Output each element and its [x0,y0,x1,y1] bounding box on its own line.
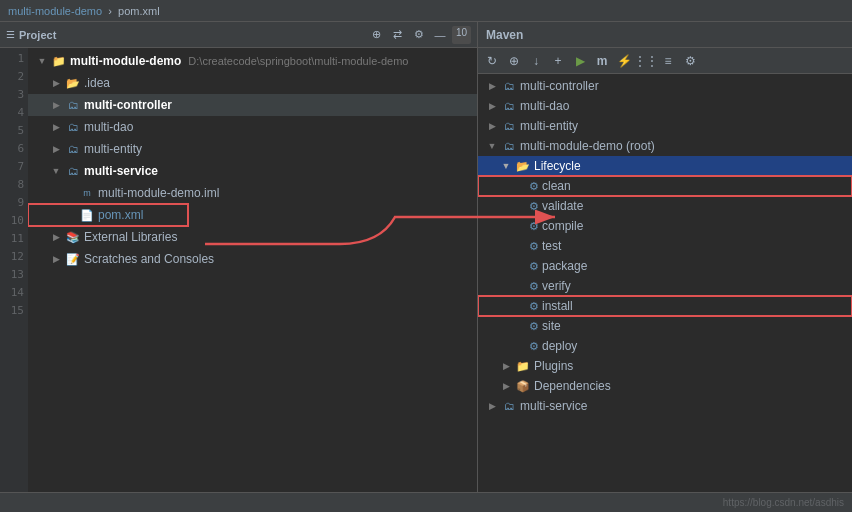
maven-test-label: test [542,239,561,253]
title-bar: multi-module-demo › pom.xml [0,0,852,22]
maven-plugins-arrow [500,360,512,372]
maven-multi-controller[interactable]: 🗂 multi-controller [478,76,852,96]
maven-compile-label: compile [542,219,583,233]
maven-deploy[interactable]: ⚙ deploy [478,336,852,356]
controller-module-icon: 🗂 [65,97,81,113]
controller-expand-arrow [50,99,62,111]
tree-item-ext-libs[interactable]: 📚 External Libraries [28,226,477,248]
sync-btn[interactable]: ⇄ [389,26,407,44]
maven-root-arrow [486,140,498,152]
dao-module-icon: 🗂 [65,119,81,135]
maven-verify[interactable]: ⚙ verify [478,276,852,296]
maven-package-arrow [514,260,526,272]
pom-xml-label: pom.xml [98,208,143,222]
iml-expand-arrow [64,187,76,199]
service-expand-arrow [50,165,62,177]
tree-item-scratches[interactable]: 📝 Scratches and Consoles [28,248,477,270]
maven-clean[interactable]: ⚙ clean [478,176,852,196]
gear-btn[interactable]: ⊕ [368,26,386,44]
maven-test-arrow [514,240,526,252]
pom-xml-icon: 📄 [79,207,95,223]
dao-label: multi-dao [84,120,133,134]
maven-root-icon: 🗂 [501,138,517,154]
maven-package[interactable]: ⚙ package [478,256,852,276]
line-2: 2 [17,68,28,86]
dao-expand-arrow [50,121,62,133]
maven-root[interactable]: 🗂 multi-module-demo (root) [478,136,852,156]
maven-lifecycle[interactable]: 📂 Lifecycle [478,156,852,176]
title-bar-app: multi-module-demo › pom.xml [8,5,160,17]
line-12: 12 [11,248,28,266]
root-module-icon: 📁 [51,53,67,69]
tree-item-iml[interactable]: m multi-module-demo.iml [28,182,477,204]
maven-multi-service[interactable]: 🗂 multi-service [478,396,852,416]
line-1: 1 [17,50,28,68]
line-6: 6 [17,140,28,158]
maven-header: Maven [478,22,852,48]
maven-lightning-btn[interactable]: ⚡ [614,51,634,71]
entity-label: multi-entity [84,142,142,156]
maven-download-btn[interactable]: ↓ [526,51,546,71]
iml-icon: m [79,185,95,201]
maven-package-label: package [542,259,587,273]
maven-thread-btn[interactable]: ⋮⋮ [636,51,656,71]
maven-multi-entity[interactable]: 🗂 multi-entity [478,116,852,136]
maven-toolbar: ↻ ⊕ ↓ + ▶ m ⚡ ⋮⋮ ≡ ⚙ [478,48,852,74]
tree-item-multi-controller[interactable]: 🗂 multi-controller [28,94,477,116]
tree-item-multi-entity[interactable]: 🗂 multi-entity [28,138,477,160]
maven-compile[interactable]: ⚙ compile [478,216,852,236]
maven-dependencies[interactable]: 📦 Dependencies [478,376,852,396]
maven-entity-arrow [486,120,498,132]
maven-install[interactable]: ⚙ install [478,296,852,316]
maven-deps-label: Dependencies [534,379,611,393]
tree-item-pom-xml[interactable]: 📄 pom.xml [28,204,188,226]
maven-lifecycle-arrow [500,160,512,172]
line-14: 14 [11,284,28,302]
entity-module-icon: 🗂 [65,141,81,157]
line-8: 8 [17,176,28,194]
maven-compile-arrow [514,220,526,232]
controller-label: multi-controller [84,98,172,112]
maven-install-arrow [514,300,526,312]
maven-validate[interactable]: ⚙ validate [478,196,852,216]
line-4: 4 [17,104,28,122]
maven-test[interactable]: ⚙ test [478,236,852,256]
root-expand-arrow [36,55,48,67]
maven-verify-label: verify [542,279,571,293]
settings-btn[interactable]: ⚙ [410,26,428,44]
tree-root[interactable]: 📁 multi-module-demo D:\createcode\spring… [28,50,477,72]
maven-run-btn[interactable]: ▶ [570,51,590,71]
tree-item-idea[interactable]: 📂 .idea [28,72,477,94]
maven-dao-arrow [486,100,498,112]
maven-compile-gear-icon: ⚙ [529,220,539,233]
maven-site-label: site [542,319,561,333]
maven-site[interactable]: ⚙ site [478,316,852,336]
maven-validate-arrow [514,200,526,212]
maven-plugins[interactable]: 📁 Plugins [478,356,852,376]
idea-label: .idea [84,76,110,90]
maven-verify-arrow [514,280,526,292]
maven-add-btn[interactable]: ⊕ [504,51,524,71]
scratches-expand-arrow [50,253,62,265]
minimize-btn[interactable]: — [431,26,449,44]
tree-item-multi-dao[interactable]: 🗂 multi-dao [28,116,477,138]
line-15: 15 [11,302,28,320]
maven-list-btn[interactable]: ≡ [658,51,678,71]
maven-multi-dao[interactable]: 🗂 multi-dao [478,96,852,116]
maven-lifecycle-icon: 📂 [515,158,531,174]
maven-plugins-icon: 📁 [515,358,531,374]
maven-plus-btn[interactable]: + [548,51,568,71]
maven-deps-arrow [500,380,512,392]
maven-install-label: install [542,299,573,313]
service-module-icon: 🗂 [65,163,81,179]
bottom-bar: https://blog.csdn.net/asdhis [0,492,852,512]
tree-item-multi-service[interactable]: 🗂 multi-service [28,160,477,182]
maven-package-gear-icon: ⚙ [529,260,539,273]
maven-settings-btn[interactable]: ⚙ [680,51,700,71]
maven-clean-gear-icon: ⚙ [529,180,539,193]
project-label: Project [19,29,56,41]
maven-m-btn[interactable]: m [592,51,612,71]
line-3: 3 [17,86,28,104]
maven-refresh-btn[interactable]: ↻ [482,51,502,71]
maven-entity-icon: 🗂 [501,118,517,134]
